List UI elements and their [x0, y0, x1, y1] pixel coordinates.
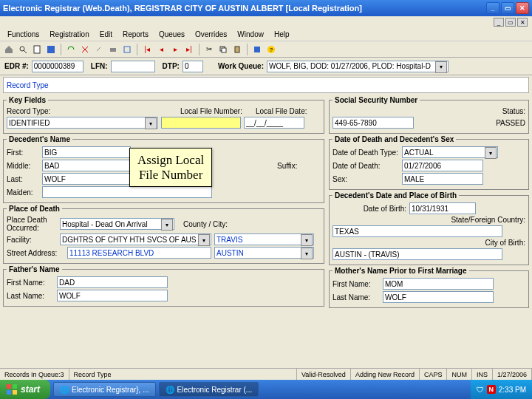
menu-functions[interactable]: Functions	[3, 30, 44, 39]
tool-cut-icon[interactable]: ✂	[203, 44, 215, 55]
statusbar: Records In Queue:3 Record Type Valid-Res…	[0, 368, 532, 380]
taskbar-item-1[interactable]: 🌐Electronic Registrar}, ...	[53, 382, 155, 397]
taskbar: start 🌐Electronic Registrar}, ... 🌐Elect…	[0, 380, 532, 399]
lfn-input[interactable]	[111, 61, 155, 72]
fac-city-select[interactable]: AUSTIN	[214, 247, 314, 259]
lfn-label: LFN:	[91, 62, 108, 70]
tool-attach-icon[interactable]	[93, 44, 105, 55]
menu-queues[interactable]: Queues	[154, 30, 189, 39]
pdo-select[interactable]: Hospital - Dead On Arrival	[60, 218, 174, 230]
sex-input[interactable]	[402, 173, 483, 185]
tool-paste-icon[interactable]	[231, 44, 243, 55]
dod-label: Date of Death:	[332, 162, 399, 170]
menu-window[interactable]: Window	[233, 30, 268, 39]
work-queue-select[interactable]: WOLF, BIG, DOD: 01/27/2006, PLOD: Hospit…	[267, 61, 449, 72]
dtp-input[interactable]	[183, 61, 203, 72]
dob-label: Date of Birth:	[332, 205, 406, 213]
suffix-label: Suffix:	[277, 162, 298, 170]
tool-book-icon[interactable]	[251, 44, 263, 55]
menu-help[interactable]: Help	[270, 30, 294, 39]
tray-clock: 2:33 PM	[499, 386, 526, 394]
tool-prev-icon[interactable]: ◂	[155, 44, 167, 55]
svg-rect-14	[13, 384, 17, 389]
menu-edit[interactable]: Edit	[95, 30, 117, 39]
tool-delete-icon[interactable]	[79, 44, 91, 55]
father-ln-input[interactable]	[57, 290, 168, 301]
svg-rect-15	[7, 390, 11, 395]
ssn-group: Social Security Number Status: PASSED	[329, 96, 529, 134]
tool-copy-icon[interactable]	[217, 44, 229, 55]
state-input[interactable]	[332, 225, 502, 237]
restore-button[interactable]: ▭	[501, 2, 514, 14]
dod-type-select[interactable]: ACTUAL	[402, 146, 498, 158]
facility-select[interactable]: DGHTRS OF CHTY HTH SVCS OF AUS	[60, 233, 211, 245]
street-input[interactable]	[67, 247, 211, 259]
svg-rect-16	[13, 390, 17, 395]
callout-assign-lfn: Assign LocalFile Number	[129, 148, 212, 187]
father-fn-label: First Name:	[7, 279, 54, 287]
start-button[interactable]: start	[0, 380, 50, 399]
menubar: Functions Registration Edit Reports Queu…	[0, 28, 532, 41]
last-input[interactable]	[42, 173, 131, 185]
dob-place-group: Decedent's Date and Place of Birth Date …	[329, 191, 529, 265]
county-label: County / City:	[183, 220, 228, 228]
middle-input[interactable]	[42, 160, 131, 171]
svg-rect-9	[222, 48, 226, 52]
status-ins: INS	[472, 369, 493, 380]
tool-find-icon[interactable]	[17, 44, 29, 55]
tool-save-icon[interactable]	[45, 44, 57, 55]
tool-help-icon[interactable]: ?	[265, 44, 277, 55]
mother-ln-input[interactable]	[383, 291, 494, 303]
tool-new-icon[interactable]	[31, 44, 43, 55]
street-label: Street Address:	[7, 249, 64, 257]
minimize-button[interactable]: _	[486, 2, 499, 14]
first-label: First:	[7, 149, 39, 157]
rectype-select[interactable]: IDENTIFIED	[7, 117, 158, 129]
menu-overrides[interactable]: Overrides	[191, 30, 231, 39]
dob-input[interactable]	[409, 202, 476, 214]
mdi-restore-button[interactable]: ▭	[505, 18, 516, 27]
mdi-minimize-button[interactable]: _	[494, 18, 504, 27]
close-button[interactable]: ✕	[516, 2, 529, 14]
tray-shield-icon[interactable]: 🛡	[477, 386, 484, 394]
dod-type-label: Date of Death Type:	[332, 149, 399, 157]
mdi-close-button[interactable]: ✕	[517, 18, 528, 27]
taskbar-item-2[interactable]: 🌐Electronic Registrar (...	[159, 382, 259, 397]
local-file-number-input[interactable]	[161, 117, 241, 129]
tool-home-icon[interactable]	[3, 44, 15, 55]
dod-input[interactable]	[402, 160, 483, 171]
tool-first-icon[interactable]: |◂	[141, 44, 153, 55]
mother-fn-input[interactable]	[383, 278, 494, 290]
edr-input[interactable]	[32, 61, 83, 72]
middle-label: Middle:	[7, 162, 39, 170]
rectype-label: Record Type:	[7, 107, 60, 115]
tool-refresh-icon[interactable]	[65, 44, 77, 55]
menu-reports[interactable]: Reports	[118, 30, 153, 39]
lfd-field-label: Local File Date:	[256, 107, 307, 115]
svg-rect-6	[110, 48, 116, 52]
record-type-bar: Record Type	[3, 77, 529, 93]
svg-rect-2	[34, 46, 40, 53]
local-file-date-input[interactable]	[244, 117, 304, 129]
status-vr: Valid-Resolved	[297, 369, 351, 380]
system-tray[interactable]: 🛡 N 2:33 PM	[471, 380, 532, 399]
tray-n-icon[interactable]: N	[487, 385, 496, 394]
ssn-input[interactable]	[332, 117, 414, 129]
county-select[interactable]: TRAVIS	[214, 233, 314, 245]
ssn-status-val: PASSED	[496, 119, 525, 127]
status-date: 1/27/2006	[493, 369, 532, 380]
wq-label: Work Queue:	[218, 62, 264, 70]
status-rt: Record Type	[69, 369, 297, 380]
tool-last-icon[interactable]: ▸|	[183, 44, 195, 55]
first-input[interactable]	[42, 146, 131, 158]
city-birth-label: City of Birth:	[485, 239, 525, 247]
menu-registration[interactable]: Registration	[45, 30, 93, 39]
tool-preview-icon[interactable]	[121, 44, 133, 55]
tool-print-icon[interactable]	[107, 44, 119, 55]
maiden-input[interactable]	[42, 186, 212, 198]
father-fn-input[interactable]	[57, 276, 168, 288]
mother-ln-label: Last Name:	[332, 293, 380, 301]
city-birth-input[interactable]	[332, 248, 502, 260]
status-caps: CAPS	[420, 369, 448, 380]
tool-next-icon[interactable]: ▸	[169, 44, 181, 55]
